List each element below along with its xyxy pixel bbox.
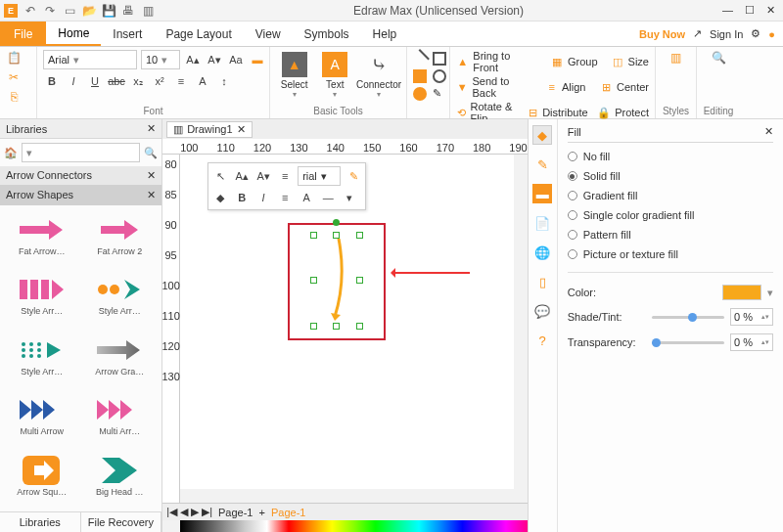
float-italic-button[interactable]: I (254, 189, 272, 206)
category-arrow-shapes[interactable]: Arrow Shapes✕ (0, 186, 161, 205)
float-color-icon[interactable]: A (298, 189, 315, 206)
rotate-icon[interactable]: ⟲ (456, 106, 467, 119)
tab-help[interactable]: Help (361, 22, 409, 46)
tab-symbols[interactable]: Symbols (293, 22, 361, 46)
copy-icon[interactable]: ⎘ (6, 89, 22, 105)
line-shape-icon[interactable] (410, 49, 430, 68)
libraries-close-icon[interactable]: ✕ (147, 122, 156, 135)
share-icon[interactable]: ↗ (693, 27, 702, 40)
shape-item[interactable]: Multi Arr… (82, 389, 159, 447)
help-panel-icon[interactable]: ? (532, 331, 552, 350)
underline-button[interactable]: U (86, 72, 104, 90)
file-menu[interactable]: File (0, 22, 46, 46)
float-bold-button[interactable]: B (233, 189, 251, 206)
editing-icon[interactable]: 🔍 (711, 50, 726, 66)
comment-panel-icon[interactable]: 💬 (532, 301, 552, 321)
print-icon[interactable]: 🖶 (121, 4, 135, 18)
subscript-button[interactable]: x₂ (129, 72, 147, 90)
radio-no-fill[interactable]: No fill (568, 151, 773, 162)
paste-icon[interactable]: 📋 (6, 50, 22, 66)
strike-button[interactable]: abc (108, 72, 125, 90)
shape-item[interactable]: Fat Arrow… (4, 209, 80, 267)
new-icon[interactable]: ▭ (63, 4, 76, 18)
circle-shape-icon[interactable] (433, 69, 446, 83)
superscript-button[interactable]: x² (151, 72, 168, 90)
float-line-icon[interactable]: — (319, 189, 337, 206)
selection-handles[interactable] (313, 235, 360, 327)
file-recovery-tab[interactable]: File Recovery (81, 512, 162, 532)
sign-in-link[interactable]: Sign In (710, 28, 743, 40)
page-nav[interactable]: |◀ ◀ ▶ ▶| (166, 506, 212, 518)
line-panel-icon[interactable]: ✎ (532, 155, 552, 174)
fill-panel-icon[interactable]: ◆ (532, 125, 552, 145)
change-case-icon[interactable]: Aa (227, 51, 245, 68)
help-icon[interactable]: ● (768, 28, 775, 40)
connector-tool[interactable]: ⤷Connector▾ (357, 50, 400, 99)
layers-panel-icon[interactable]: ▯ (532, 272, 552, 291)
add-page-button[interactable]: + (259, 507, 265, 518)
canvas-page[interactable]: ↖A▴A▾≡rial▾✎ ◆BI≡A—▾ (180, 155, 514, 489)
float-font-select[interactable]: rial▾ (298, 166, 341, 186)
buy-now-link[interactable]: Buy Now (639, 28, 685, 40)
increase-font-icon[interactable]: A▴ (184, 51, 202, 68)
floating-toolbar[interactable]: ↖A▴A▾≡rial▾✎ ◆BI≡A—▾ (207, 162, 366, 210)
shape-item[interactable]: Arrow Squ… (4, 450, 80, 508)
page-tab-1[interactable]: Page-1 (218, 507, 253, 518)
home-icon[interactable]: 🏠 (4, 146, 18, 159)
shape-item[interactable]: Style Arr… (4, 269, 80, 327)
shape-item[interactable]: Multi Arrow (4, 389, 80, 447)
page-tab-active[interactable]: Page-1 (271, 507, 305, 518)
fill-panel-close-icon[interactable]: ✕ (764, 125, 773, 138)
doc-close-icon[interactable]: ✕ (237, 123, 246, 136)
tab-page-layout[interactable]: Page Layout (154, 22, 243, 46)
float-align-icon[interactable]: ≡ (276, 189, 294, 206)
shape-panel-icon[interactable]: ▬ (532, 184, 552, 203)
document-tab[interactable]: ▥Drawing1✕ (166, 121, 252, 138)
float-fill-icon[interactable]: ◆ (211, 189, 229, 206)
minimize-button[interactable]: — (722, 4, 733, 17)
float-brush-icon[interactable]: ✎ (345, 167, 362, 185)
styles-icon[interactable]: ▥ (668, 50, 684, 66)
shape-item[interactable]: Fat Arrow 2 (82, 209, 159, 267)
radio-gradient-fill[interactable]: Gradient fill (568, 190, 773, 201)
tab-home[interactable]: Home (46, 22, 101, 46)
group-icon[interactable]: ▦ (551, 55, 564, 68)
select-tool[interactable]: ▲Select▾ (276, 50, 313, 99)
send-back-icon[interactable]: ▼ (456, 80, 468, 94)
italic-button[interactable]: I (65, 72, 82, 90)
shade-slider[interactable] (652, 316, 724, 319)
spacing-icon[interactable]: ↕ (215, 72, 233, 90)
redo-icon[interactable]: ↷ (43, 4, 57, 18)
font-family-select[interactable]: Arial▾ (43, 50, 137, 69)
center-icon[interactable]: ⊞ (601, 80, 613, 94)
shape-item[interactable]: Style Arr… (82, 269, 159, 327)
color-dropdown-icon[interactable]: ▾ (767, 287, 773, 299)
radio-solid-fill[interactable]: Solid fill (568, 170, 773, 182)
maximize-button[interactable]: ☐ (745, 4, 755, 17)
rect-shape-icon[interactable] (433, 52, 446, 66)
distribute-icon[interactable]: ⊟ (529, 106, 539, 119)
page-panel-icon[interactable]: 📄 (532, 213, 552, 233)
float-dec-font-icon[interactable]: A▾ (254, 167, 272, 185)
shape-item[interactable]: Big Head … (82, 450, 159, 508)
color-swatch[interactable] (722, 285, 761, 300)
search-icon[interactable]: 🔍 (144, 146, 158, 159)
undo-icon[interactable]: ↶ (23, 4, 37, 18)
float-bullets-icon[interactable]: ≡ (276, 167, 294, 185)
libraries-tab[interactable]: Libraries (0, 512, 81, 532)
radio-single-gradient[interactable]: Single color gradient fill (568, 209, 773, 221)
shape-item[interactable]: Arrow Gra… (82, 330, 159, 387)
protect-icon[interactable]: 🔒 (597, 106, 611, 119)
size-icon[interactable]: ◫ (611, 55, 623, 68)
save-icon[interactable]: 💾 (102, 4, 115, 18)
align-icon[interactable]: ≡ (546, 80, 558, 94)
shade-value[interactable]: 0 %▴▾ (730, 308, 773, 326)
pencil-icon[interactable]: ✎ (433, 87, 446, 101)
export-icon[interactable]: ▥ (141, 4, 155, 18)
float-select-icon[interactable]: ↖ (211, 167, 229, 185)
gear-icon[interactable]: ⚙ (751, 27, 760, 40)
tab-insert[interactable]: Insert (101, 22, 154, 46)
cut-icon[interactable]: ✂ (6, 69, 22, 85)
bring-front-icon[interactable]: ▲ (456, 55, 469, 68)
library-category-select[interactable]: ▾ (22, 143, 140, 162)
